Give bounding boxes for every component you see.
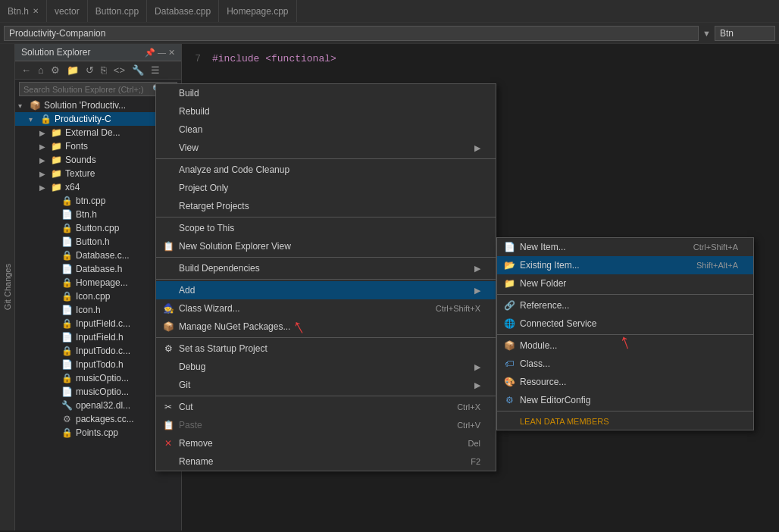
se-menu-btn[interactable]: ☰	[149, 64, 162, 77]
hp-icon: 🔒	[61, 277, 73, 289]
class-wizard-icon: 🧙	[162, 302, 174, 315]
button-cpp-label: Button.cpp	[76, 223, 119, 233]
dropdown-arrow-icon[interactable]: ▼	[702, 29, 711, 38]
submenu-new-item[interactable]: 📄 New Item... Ctrl+Shift+A	[497, 238, 753, 256]
submenu-new-editorconfig[interactable]: ⚙ New EditorConfig	[497, 391, 753, 409]
mo-cpp-label: musicOptio...	[76, 373, 129, 383]
new-folder-icon: 📁	[503, 277, 515, 289]
se-home-btn[interactable]: ⌂	[36, 64, 46, 77]
submenu-connected-service[interactable]: 🌐 Connected Service	[497, 315, 753, 333]
ctx-divider-6	[156, 396, 496, 396]
ctx-build[interactable]: Build	[156, 84, 496, 102]
code-line-7: 7 #include <functional>	[182, 52, 779, 67]
submenu-class-label: Class...	[520, 358, 550, 369]
ctx-build-label: Build	[179, 88, 199, 99]
new-solution-view-icon: 📋	[162, 240, 174, 252]
ctx-view[interactable]: View ▶	[156, 139, 496, 157]
se-pin-icon[interactable]: 📌	[145, 48, 155, 58]
ctx-cut-shortcut: Ctrl+X	[457, 402, 480, 412]
se-wrench-btn[interactable]: 🔧	[130, 64, 146, 77]
ctx-analyze-label: Analyze and Code Cleanup	[179, 164, 289, 175]
ctx-add[interactable]: Add ▶	[156, 281, 496, 299]
submenu-connected-service-label: Connected Service	[520, 318, 596, 329]
solution-icon: 📦	[29, 99, 41, 111]
ctx-class-wizard[interactable]: 🧙 Class Wizard... Ctrl+Shift+X	[156, 299, 496, 318]
ctx-project-only-label: Project Only	[179, 183, 228, 193]
se-close-icon[interactable]: ✕	[168, 48, 175, 58]
se-copy-btn[interactable]: ⎘	[99, 64, 109, 77]
ctx-scope[interactable]: Scope to This	[156, 219, 496, 237]
h-file-icon: 📄	[61, 208, 73, 221]
se-minimize-icon[interactable]: —	[158, 48, 166, 58]
ctx-retarget[interactable]: Retarget Projects	[156, 197, 496, 215]
ctx-cut[interactable]: ✂ Cut Ctrl+X	[156, 398, 496, 416]
submenu-lean-data-label: LEAN DATA MEMBERS	[520, 417, 609, 426]
ctx-debug[interactable]: Debug ▶	[156, 358, 496, 376]
submenu-reference-label: Reference...	[520, 300, 569, 311]
ctx-cut-label: Cut	[179, 402, 193, 412]
ctx-new-solution-view-label: New Solution Explorer View	[179, 241, 291, 252]
submenu-existing-item[interactable]: 📂 Existing Item... Shift+Alt+A	[497, 256, 753, 274]
btn-h-label: Btn.h	[76, 209, 97, 220]
cpp-file-icon: 🔒	[61, 195, 73, 207]
tab-vector[interactable]: vector	[47, 0, 88, 22]
ctx-git[interactable]: Git ▶	[156, 376, 496, 394]
startup-icon: ⚙	[162, 343, 174, 355]
tab-btn-h-close[interactable]: ✕	[33, 7, 39, 15]
button-h-label: Button.h	[76, 236, 110, 247]
ctx-clean[interactable]: Clean	[156, 120, 496, 139]
solution-label: Solution 'Productiv...	[44, 100, 126, 111]
chevron-down-icon: ▾	[18, 102, 29, 110]
ctx-remove-shortcut: Del	[468, 439, 480, 448]
se-code-btn[interactable]: <>	[111, 64, 127, 77]
ctx-rename[interactable]: Rename F2	[156, 452, 496, 471]
se-refresh-btn[interactable]: ↺	[83, 64, 96, 77]
ctx-debug-label: Debug	[179, 361, 205, 372]
submenu-resource-label: Resource...	[520, 377, 566, 387]
ctx-startup[interactable]: ⚙ Set as Startup Project	[156, 340, 496, 358]
ctx-new-solution-view[interactable]: 📋 New Solution Explorer View	[156, 237, 496, 255]
submenu-class[interactable]: 🏷 Class...	[497, 355, 753, 373]
folder-sounds-icon: 📁	[50, 154, 62, 166]
ctx-add-label: Add	[179, 285, 195, 296]
ctx-build-deps[interactable]: Build Dependencies ▶	[156, 259, 496, 277]
ctx-remove[interactable]: ✕ Remove Del	[156, 434, 496, 452]
db-h-label: Database.h	[76, 264, 122, 274]
class-icon: 🏷	[503, 358, 515, 370]
new-item-icon: 📄	[503, 241, 515, 253]
submenu-resource[interactable]: 🎨 Resource...	[497, 373, 753, 391]
submenu-module[interactable]: 📦 Module...	[497, 336, 753, 355]
folder-icon: 📁	[50, 127, 62, 139]
tab-homepage-cpp[interactable]: Homepage.cpp	[219, 0, 296, 22]
tab-button-cpp[interactable]: Button.cpp	[88, 0, 147, 22]
submenu-reference[interactable]: 🔗 Reference...	[497, 296, 753, 315]
mo-h-icon: 📄	[61, 386, 73, 398]
submenu-existing-item-label: Existing Item...	[520, 260, 580, 271]
se-files-btn[interactable]: 📁	[64, 64, 81, 77]
mo-cpp-icon: 🔒	[61, 372, 73, 384]
ctx-paste[interactable]: 📋 Paste Ctrl+V	[156, 416, 496, 434]
project-path-input[interactable]	[4, 26, 699, 41]
se-settings-btn[interactable]: ⚙	[48, 64, 62, 77]
se-back-btn[interactable]: ←	[19, 64, 33, 77]
submenu-new-folder[interactable]: 📁 New Folder	[497, 274, 753, 293]
ctx-project-only[interactable]: Project Only	[156, 179, 496, 197]
tab-database-cpp[interactable]: Database.cpp	[147, 0, 219, 22]
ctx-nuget[interactable]: 📦 Manage NuGet Packages...	[156, 318, 496, 336]
se-header: Solution Explorer 📌 — ✕	[15, 44, 181, 61]
se-search-input[interactable]	[20, 83, 149, 95]
if-cpp-label: InputField.c...	[76, 318, 130, 329]
submenu-new-item-label: New Item...	[520, 242, 566, 252]
folder-x64-icon: 📁	[50, 181, 62, 193]
existing-item-icon: 📂	[503, 259, 515, 271]
ctx-remove-label: Remove	[179, 438, 213, 449]
hp-label: Homepage...	[76, 277, 128, 288]
ctx-analyze[interactable]: Analyze and Code Cleanup	[156, 161, 496, 179]
tab-btn-h[interactable]: Btn.h ✕	[0, 0, 47, 22]
ctx-rebuild[interactable]: Rebuild	[156, 102, 496, 120]
icon-h-label: Icon.h	[76, 305, 101, 315]
packages-icon: ⚙	[61, 413, 73, 425]
symbol-input[interactable]	[715, 26, 775, 41]
tab-btn-h-label: Btn.h	[8, 6, 29, 17]
git-sidebar-label: Git Changes	[3, 264, 12, 310]
